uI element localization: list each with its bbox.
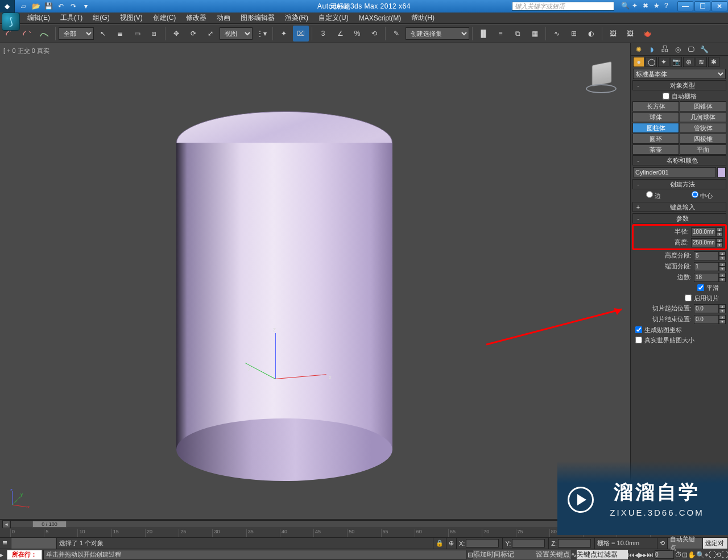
material-editor-icon[interactable]: ◐: [583, 26, 599, 42]
object-name-input[interactable]: [633, 167, 716, 177]
gen-mapping-checkbox[interactable]: [635, 326, 642, 333]
rollout-parameters[interactable]: -参数: [632, 213, 726, 223]
add-time-tag[interactable]: 添加时间标记: [473, 550, 536, 559]
search-go-icon[interactable]: 🔍: [621, 2, 630, 11]
primitive-button[interactable]: 茶壶: [632, 144, 679, 155]
zoom-icon[interactable]: 🔍: [696, 551, 705, 559]
sel-locked-button[interactable]: 选定对: [703, 538, 728, 549]
rendered-frame-icon[interactable]: 🖼: [622, 26, 638, 42]
primitive-button[interactable]: 几何球体: [680, 112, 726, 122]
height-segments-input[interactable]: [694, 251, 719, 260]
slice-on-checkbox[interactable]: [685, 294, 692, 301]
select-manipulate-icon[interactable]: ✦: [276, 26, 292, 42]
cap-segments-input[interactable]: [694, 262, 719, 271]
bind-space-warp-icon[interactable]: [36, 26, 52, 42]
edit-named-sel-icon[interactable]: ✎: [388, 26, 404, 42]
qat-save-icon[interactable]: 💾: [43, 1, 53, 11]
menu-item[interactable]: 渲染(R): [280, 12, 313, 24]
utilities-tab-icon[interactable]: 🔧: [698, 44, 710, 55]
menu-item[interactable]: 图形编辑器: [236, 12, 279, 24]
spinner-snap-icon[interactable]: ⟲: [366, 26, 382, 42]
select-object-icon[interactable]: ↖: [95, 26, 111, 42]
viewport[interactable]: [ + 0 正交 0 真实 z y x zxy: [0, 43, 630, 519]
move-icon[interactable]: ✥: [168, 26, 184, 42]
time-config-icon[interactable]: ⏱: [675, 551, 682, 559]
maximize-button[interactable]: ☐: [694, 1, 710, 11]
help-icon[interactable]: ?: [664, 2, 673, 11]
primitive-button[interactable]: 长方体: [632, 101, 679, 111]
selection-filter-dropdown[interactable]: 全部: [59, 27, 94, 40]
slice-from-input[interactable]: [694, 304, 719, 313]
comm-center-icon[interactable]: ⊟: [468, 551, 473, 559]
qat-dropdown-icon[interactable]: ▾: [81, 1, 91, 11]
height-input[interactable]: [691, 238, 716, 247]
viewcube[interactable]: [585, 60, 619, 94]
menu-item[interactable]: MAXScript(M): [354, 13, 406, 23]
rollout-create-method[interactable]: -创建方法: [632, 179, 726, 189]
menu-item[interactable]: 视图(V): [115, 12, 147, 24]
isolate-icon[interactable]: ⊡: [682, 551, 688, 559]
method-edge-radio[interactable]: 边: [646, 191, 661, 200]
script-recorder[interactable]: [11, 538, 57, 549]
maximize-viewport-icon[interactable]: ⛶: [721, 551, 728, 559]
key-filters-button[interactable]: 关键点过滤器: [577, 550, 628, 559]
lock-selection-icon[interactable]: 🔒: [433, 538, 446, 549]
rollout-name-color[interactable]: -名称和颜色: [632, 155, 726, 165]
primitive-button[interactable]: 圆环: [632, 134, 679, 144]
helpers-subtab-icon[interactable]: ⊕: [683, 57, 694, 67]
setkey-button[interactable]: 设置关键点: [536, 550, 571, 559]
menu-item[interactable]: 修改器: [181, 12, 211, 24]
radius-spinner-down[interactable]: ▼: [716, 232, 723, 237]
application-menu-button[interactable]: ⟆: [2, 13, 20, 31]
object-color-swatch[interactable]: [717, 167, 726, 177]
coord-y-input[interactable]: [512, 539, 545, 547]
real-world-checkbox[interactable]: [635, 337, 642, 343]
modify-tab-icon[interactable]: ◗: [646, 44, 657, 55]
time-slider-thumb[interactable]: 0 / 100: [32, 521, 67, 528]
rollout-object-type[interactable]: -对象类型: [632, 80, 726, 90]
category-dropdown[interactable]: 标准基本体: [633, 69, 726, 79]
cylinder-object[interactable]: [176, 111, 392, 450]
infocenter-search[interactable]: 键入关键字或短语: [512, 2, 614, 11]
scale-icon[interactable]: ⤢: [202, 26, 218, 42]
qat-undo-icon[interactable]: ↶: [56, 1, 66, 11]
subscription-icon[interactable]: ✦: [632, 2, 641, 11]
systems-subtab-icon[interactable]: ✱: [708, 57, 719, 67]
key-tangent-icon[interactable]: ∿: [571, 551, 577, 559]
radius-spinner-up[interactable]: ▲: [716, 227, 723, 232]
window-crossing-icon[interactable]: ⧈: [146, 26, 162, 42]
schematic-view-icon[interactable]: ⊞: [566, 26, 582, 42]
layer-manager-icon[interactable]: ⧉: [510, 26, 526, 42]
height-spinner-down[interactable]: ▼: [716, 243, 723, 247]
ref-coord-dropdown[interactable]: 视图: [220, 27, 253, 40]
select-by-name-icon[interactable]: ≣: [112, 26, 128, 42]
maxscript-mini-icon[interactable]: ≣: [0, 538, 11, 549]
motion-tab-icon[interactable]: ◎: [672, 44, 684, 55]
viewport-label[interactable]: [ + 0 正交 0 真实: [3, 47, 49, 55]
spacewarps-subtab-icon[interactable]: ≋: [696, 57, 707, 67]
qat-open-icon[interactable]: 📂: [31, 1, 41, 11]
smooth-checkbox[interactable]: [697, 284, 704, 291]
qat-new-icon[interactable]: ▱: [18, 1, 28, 11]
close-button[interactable]: ✕: [712, 1, 727, 11]
adaptive-degradation-icon[interactable]: ⟲: [657, 538, 668, 549]
create-tab-icon[interactable]: ✺: [633, 44, 644, 55]
menu-item[interactable]: 编辑(E): [23, 12, 55, 24]
angle-snap-icon[interactable]: ∠: [332, 26, 348, 42]
hierarchy-tab-icon[interactable]: 品: [659, 44, 671, 55]
autokey-button[interactable]: 自动关键点: [668, 538, 703, 549]
orbit-icon[interactable]: ⟲: [715, 551, 721, 559]
percent-snap-icon[interactable]: %: [349, 26, 365, 42]
radius-input[interactable]: [691, 227, 716, 237]
goto-start-icon[interactable]: ⏮: [628, 551, 635, 559]
render-setup-icon[interactable]: 🖼: [605, 26, 621, 42]
cameras-subtab-icon[interactable]: 📷: [671, 57, 682, 67]
keyboard-shortcut-icon[interactable]: ⌧: [293, 26, 309, 42]
menu-item[interactable]: 工具(T): [56, 12, 87, 24]
curve-editor-icon[interactable]: ∿: [549, 26, 565, 42]
primitive-button[interactable]: 四棱锥: [680, 134, 726, 144]
play-icon[interactable]: ▶: [638, 551, 643, 559]
shapes-subtab-icon[interactable]: ◯: [646, 57, 657, 67]
menu-item[interactable]: 自定义(U): [314, 12, 353, 24]
use-pivot-center-icon[interactable]: ⋮▾: [254, 26, 270, 42]
